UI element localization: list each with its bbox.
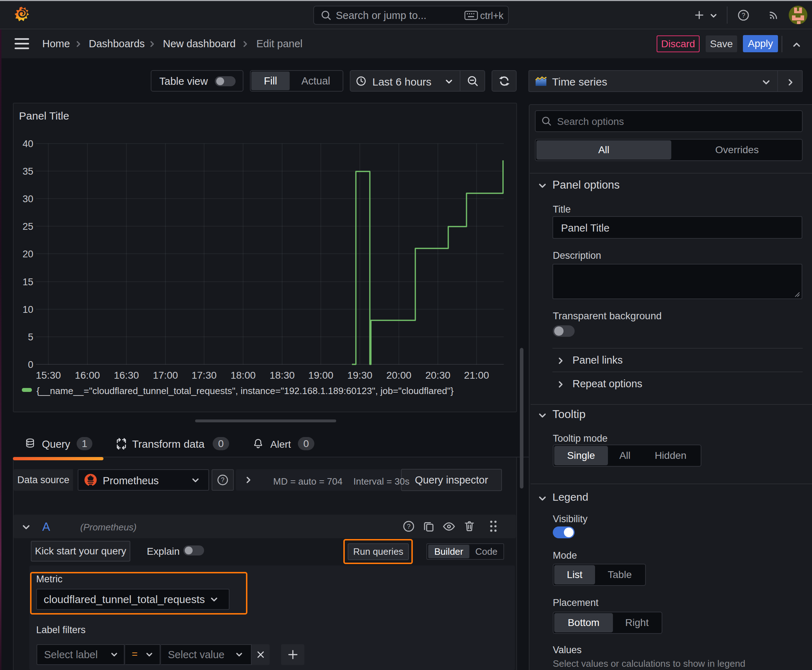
svg-text:15:30: 15:30 xyxy=(36,370,61,381)
svg-text:15: 15 xyxy=(22,277,33,288)
svg-text:19:00: 19:00 xyxy=(308,370,333,381)
svg-text:18:30: 18:30 xyxy=(270,370,295,381)
svg-text:10: 10 xyxy=(22,304,33,315)
svg-text:{__name__="cloudflared_tunnel_: {__name__="cloudflared_tunnel_total_requ… xyxy=(37,386,454,396)
svg-text:21:00: 21:00 xyxy=(464,370,489,381)
svg-text:0: 0 xyxy=(28,359,33,370)
svg-text:35: 35 xyxy=(22,166,33,177)
svg-text:5: 5 xyxy=(28,332,33,342)
svg-text:20:00: 20:00 xyxy=(387,370,411,381)
svg-text:16:30: 16:30 xyxy=(114,370,139,381)
svg-text:19:30: 19:30 xyxy=(347,370,372,381)
svg-text:20: 20 xyxy=(22,249,33,259)
svg-text:25: 25 xyxy=(22,221,33,232)
svg-text:17:30: 17:30 xyxy=(192,370,217,381)
svg-text:40: 40 xyxy=(22,139,33,149)
svg-text:16:00: 16:00 xyxy=(75,370,100,381)
svg-text:18:00: 18:00 xyxy=(231,370,256,381)
svg-text:17:00: 17:00 xyxy=(153,370,178,381)
svg-text:?: ? xyxy=(741,12,745,19)
svg-text:?: ? xyxy=(221,476,224,484)
svg-text:30: 30 xyxy=(22,194,33,205)
svg-text:20:30: 20:30 xyxy=(425,370,450,381)
svg-text:?: ? xyxy=(407,523,410,530)
